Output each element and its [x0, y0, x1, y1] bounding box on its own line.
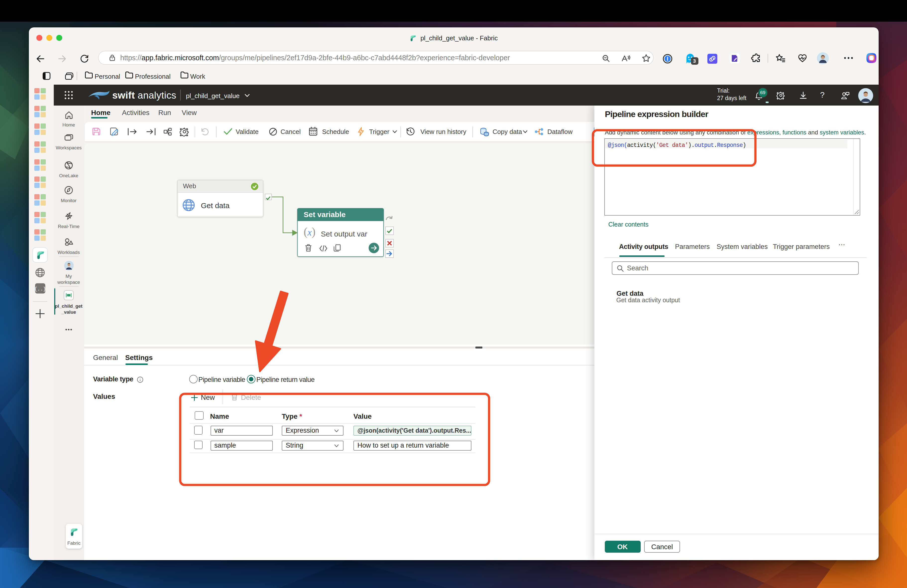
- svg-text:{..}: {..}: [34, 286, 46, 292]
